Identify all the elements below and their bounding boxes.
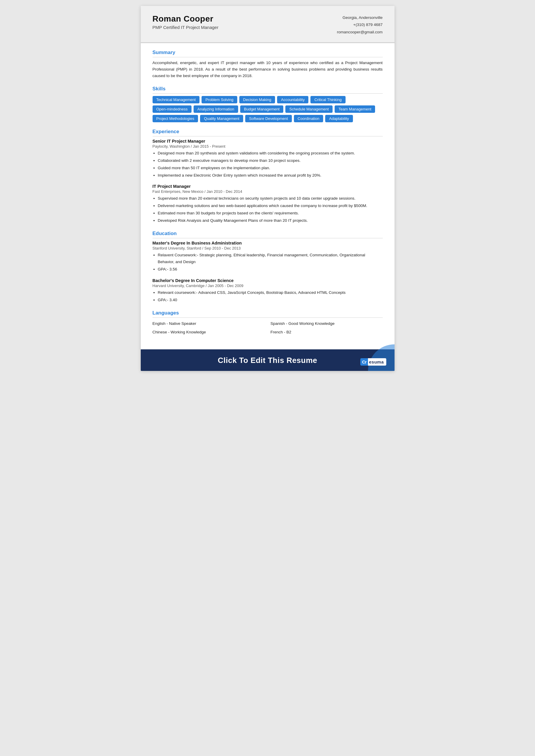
degree-meta: Stanford University, Stanford / Sep 2010… — [153, 246, 383, 251]
degree-block: Bachelor's Degree In Computer Science Ha… — [153, 278, 383, 304]
bullet-item: Estimated more than 30 budgets for proje… — [158, 210, 383, 217]
candidate-title: PMP Certified IT Project Manager — [153, 25, 219, 30]
job-block: Senior IT Project Manager Paylocity, Was… — [153, 139, 383, 179]
skills-container: Technical ManagementProblem SolvingDecis… — [153, 96, 383, 122]
section-title-summary: Summary — [153, 49, 383, 57]
languages-grid: English - Native SpeakerSpanish - Good W… — [153, 320, 383, 336]
section-skills: Skills Technical ManagementProblem Solvi… — [153, 86, 383, 122]
resume-body: Summary Accomplished, energetic, and exp… — [141, 43, 395, 350]
skill-badge: Analyzing Information — [194, 106, 238, 113]
header-left: Roman Cooper PMP Certified IT Project Ma… — [153, 14, 219, 30]
section-languages: Languages English - Native SpeakerSpanis… — [153, 310, 383, 336]
skill-badge: Team Management — [335, 106, 375, 113]
section-education: Education Master's Degree In Business Ad… — [153, 231, 383, 304]
bullet-item: Relevant coursework:- Advanced CSS, Java… — [158, 289, 383, 296]
degree-bullets: Relevant coursework:- Advanced CSS, Java… — [153, 289, 383, 304]
skill-badge: Software Development — [245, 115, 292, 122]
contact-email: romancooper@gmail.com — [337, 29, 383, 36]
contact-phone: +(310) 879 4687 — [337, 21, 383, 28]
section-summary: Summary Accomplished, energetic, and exp… — [153, 49, 383, 79]
bullet-item: Designed more than 20 synthesis and syst… — [158, 150, 383, 157]
job-bullets: Supervised more than 20 external technic… — [153, 195, 383, 224]
skill-badge: Accountability — [277, 96, 308, 103]
resume-document: Roman Cooper PMP Certified IT Project Ma… — [141, 6, 395, 371]
header-contact: Georgia, Andersonville +(310) 879 4687 r… — [337, 14, 383, 36]
job-meta: Paylocity, Washington / Jan 2015 - Prese… — [153, 144, 383, 149]
footer-brand: Cr esuma — [360, 358, 386, 366]
language-item: English - Native Speaker — [153, 320, 265, 327]
skill-badge: Quality Management — [200, 115, 243, 122]
resume-footer[interactable]: Click To Edit This Resume Cr esuma — [141, 349, 395, 371]
skill-badge: Problem Solving — [202, 96, 237, 103]
brand-icon: Cr — [360, 358, 368, 366]
job-meta: Fast Enterprises, New Mexico / Jan 2010 … — [153, 189, 383, 194]
bullet-item: GPA:- 3.40 — [158, 297, 383, 304]
bullet-item: Implemented a new Electronic Order Entry… — [158, 172, 383, 179]
footer-cta: Click To Edit This Resume — [218, 356, 317, 365]
skill-badge: Project Methodologies — [153, 115, 198, 122]
skill-badge: Critical Thinking — [310, 96, 345, 103]
job-title: IT Project Manager — [153, 184, 383, 189]
bullet-item: Supervised more than 20 external technic… — [158, 195, 383, 202]
resume-header: Roman Cooper PMP Certified IT Project Ma… — [141, 6, 395, 43]
bullet-item: Developed Risk Analysis and Quality Mana… — [158, 217, 383, 224]
skill-badge: Adaptability — [325, 115, 352, 122]
skill-badge: Decision Making — [239, 96, 275, 103]
skill-badge: Budget Management — [240, 106, 284, 113]
contact-location: Georgia, Andersonville — [337, 14, 383, 21]
skill-badge: Coordination — [294, 115, 324, 122]
section-title-experience: Experience — [153, 129, 383, 136]
job-bullets: Designed more than 20 synthesis and syst… — [153, 150, 383, 179]
summary-text: Accomplished, energetic, and expert IT p… — [153, 60, 383, 79]
section-title-skills: Skills — [153, 86, 383, 94]
degree-bullets: Relavent Coursework:- Strategic planning… — [153, 252, 383, 273]
bullet-item: Guided more than 50 IT employees on the … — [158, 165, 383, 171]
job-block: IT Project Manager Fast Enterprises, New… — [153, 184, 383, 224]
section-title-education: Education — [153, 231, 383, 238]
language-item: French - B2 — [270, 329, 383, 336]
skill-badge: Technical Management — [153, 96, 200, 103]
language-item: Spanish - Good Working Knowledge — [270, 320, 383, 327]
brand-text: esuma — [368, 358, 386, 366]
job-title: Senior IT Project Manager — [153, 139, 383, 143]
candidate-name: Roman Cooper — [153, 14, 219, 24]
skill-badge: Schedule Management — [285, 106, 333, 113]
degree-meta: Harvard University, Cambridge / Jan 2005… — [153, 284, 383, 288]
degree-block: Master's Degree In Business Administrati… — [153, 241, 383, 273]
degree-title: Bachelor's Degree In Computer Science — [153, 278, 383, 283]
section-experience: Experience Senior IT Project Manager Pay… — [153, 129, 383, 225]
language-item: Chinese - Working Knowledge — [153, 329, 265, 336]
bullet-item: Delivered marketing solutions and two we… — [158, 202, 383, 209]
bullet-item: Relavent Coursework:- Strategic planning… — [158, 252, 383, 265]
degree-title: Master's Degree In Business Administrati… — [153, 241, 383, 245]
skill-badge: Open-mindedness — [153, 106, 191, 113]
bullet-item: Collaborated with 2 executive managers t… — [158, 157, 383, 164]
section-title-languages: Languages — [153, 310, 383, 318]
bullet-item: GPA:- 3.56 — [158, 266, 383, 273]
